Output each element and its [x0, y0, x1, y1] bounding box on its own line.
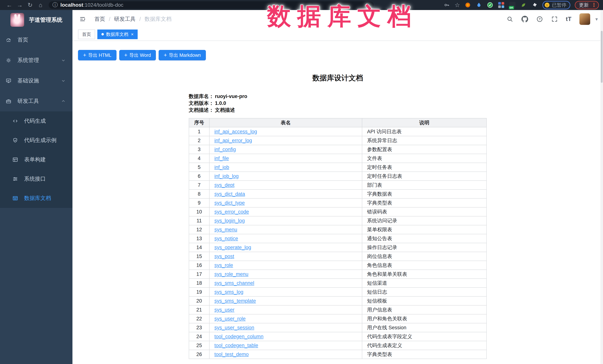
extension-drop-icon[interactable]: [475, 2, 482, 8]
scrollbar-thumb[interactable]: [601, 31, 603, 83]
export-html-button[interactable]: +导出 HTML: [78, 50, 116, 60]
active-tab-dot: [101, 33, 104, 35]
table-name-link[interactable]: sys_sms_template: [214, 298, 256, 304]
extension-grid-icon[interactable]: [498, 2, 505, 8]
table-name-link[interactable]: sys_menu: [214, 227, 237, 232]
table-name-link[interactable]: tool_test_demo: [214, 352, 249, 357]
sidebar-item-1[interactable]: 首页: [0, 30, 72, 50]
row-index-cell: 15: [189, 252, 209, 261]
browser-back-icon[interactable]: ←: [4, 0, 14, 10]
browser-toolbar-right: ☆ on 已暂停: [443, 1, 599, 9]
browser-home-icon[interactable]: ⌂: [35, 0, 46, 10]
table-name-link[interactable]: sys_post: [214, 254, 234, 259]
sidebar-subitem-1[interactable]: 代码生成: [0, 111, 72, 131]
fullscreen-icon[interactable]: [551, 16, 558, 23]
site-info-icon[interactable]: ⓘ: [52, 1, 58, 9]
sidebar-collapse-icon[interactable]: [79, 16, 86, 22]
table-header-row: 序号表名说明: [189, 118, 487, 127]
browser-forward-icon[interactable]: →: [14, 0, 25, 10]
table-name-link[interactable]: sys_dept: [214, 182, 234, 188]
search-icon[interactable]: [506, 16, 513, 23]
table-name-link[interactable]: sys_sms_log: [214, 289, 243, 295]
app-logo-image: [11, 13, 24, 27]
sidebar-item-4[interactable]: 研发工具: [0, 91, 72, 111]
table-row: 6inf_job_log定时任务日志表: [189, 172, 487, 181]
table-name-cell: sys_notice: [209, 234, 362, 243]
table-name-link[interactable]: sys_role_menu: [214, 271, 248, 277]
table-desc-cell: 参数配置表: [362, 145, 487, 154]
app-logo[interactable]: 芋道管理系统: [0, 10, 72, 30]
table-name-link[interactable]: tool_codegen_column: [214, 334, 263, 339]
export-word-button[interactable]: +导出 Word: [119, 50, 156, 60]
row-index-cell: 2: [189, 136, 209, 145]
table-name-cell: sys_user: [209, 305, 362, 314]
table-name-link[interactable]: inf_api_access_log: [214, 129, 257, 134]
bookmark-star-icon[interactable]: ☆: [454, 1, 460, 9]
extension-puzzle-icon[interactable]: [531, 2, 538, 8]
table-desc-cell: 用户信息表: [362, 305, 487, 314]
infrastructure-icon: [6, 78, 12, 84]
table-name-link[interactable]: sys_dict_type: [214, 200, 245, 206]
table-row: 17sys_role_menu角色和菜单关联表: [189, 270, 487, 279]
sidebar-subitem-4[interactable]: 系统接口: [0, 169, 72, 188]
browser-update-button[interactable]: 更新 ⋮: [575, 1, 599, 9]
help-icon[interactable]: ?: [536, 16, 543, 23]
table-name-link[interactable]: tool_codegen_table: [214, 343, 258, 348]
close-icon[interactable]: ×: [131, 32, 134, 37]
tab-1[interactable]: 首页: [78, 30, 95, 39]
table-name-link[interactable]: sys_login_log: [214, 218, 245, 223]
database-document: 数据库设计文档 数据库名：ruoyi-vue-pro文档版本：1.0.0文档描述…: [189, 74, 487, 359]
chevron-down-icon[interactable]: ▾: [595, 16, 598, 22]
github-icon[interactable]: [521, 16, 528, 23]
sidebar-subitem-3[interactable]: 表单构建: [0, 150, 72, 169]
code-icon: [12, 118, 18, 124]
table-name-link[interactable]: sys_user_session: [214, 325, 254, 331]
table-desc-cell: 代码生成表字段定义: [362, 332, 487, 341]
sidebar-item-label: 研发工具: [17, 98, 39, 105]
sidebar-item-3[interactable]: 基础设施: [0, 71, 72, 91]
table-name-link[interactable]: sys_sms_channel: [214, 280, 254, 286]
table-name-link[interactable]: sys_user_role: [214, 316, 246, 321]
browser-menu-icon[interactable]: ⋮: [591, 2, 596, 8]
browser-reload-icon[interactable]: ↻: [25, 0, 35, 10]
tab-2[interactable]: 数据库文档×: [97, 30, 138, 39]
extension-on-icon[interactable]: on: [509, 2, 516, 8]
table-desc-cell: 菜单权限表: [362, 225, 487, 234]
svg-text:?: ?: [539, 17, 541, 21]
table-desc-cell: 部门表: [362, 181, 487, 189]
table-name-link[interactable]: sys_error_code: [214, 209, 249, 215]
table-name-link[interactable]: sys_operate_log: [214, 245, 251, 250]
avatar[interactable]: [580, 13, 590, 25]
table-desc-cell: 字典类型表: [362, 350, 487, 359]
extension-leaf-icon[interactable]: [520, 2, 527, 8]
table-name-link[interactable]: sys_notice: [214, 236, 238, 241]
export-markdown-button[interactable]: +导出 Markdown: [159, 50, 206, 60]
extension-orange-icon[interactable]: [464, 2, 471, 8]
breadcrumb-separator: /: [109, 16, 110, 22]
page-scrollbar[interactable]: [600, 10, 603, 364]
table-name-link[interactable]: inf_api_error_log: [214, 138, 252, 143]
table-name-link[interactable]: sys_role: [214, 263, 233, 268]
table-name-link[interactable]: inf_config: [214, 147, 236, 152]
table-name-link[interactable]: inf_file: [214, 155, 229, 161]
sidebar-item-2[interactable]: 系统管理: [0, 50, 72, 71]
password-key-icon[interactable]: [443, 2, 450, 8]
extension-check-icon[interactable]: [487, 2, 493, 8]
table-name-cell: sys_sms_template: [209, 297, 362, 305]
main-area: 首页/研发工具/数据库文档 ? tT ▾ 首页数据库文档×: [72, 10, 603, 364]
table-name-cell: sys_sms_channel: [209, 279, 362, 287]
sidebar-subitem-label: 系统接口: [24, 175, 46, 183]
table-name-link[interactable]: inf_job_log: [214, 173, 239, 179]
sidebar-submenu: 代码生成代码生成示例表单构建系统接口数据库文档: [0, 111, 72, 208]
table-name-cell: sys_sms_log: [209, 287, 362, 297]
table-name-cell: tool_test_demo: [209, 350, 362, 359]
row-index-cell: 11: [189, 216, 209, 225]
table-desc-cell: 短信模板: [362, 297, 487, 305]
sidebar-subitem-2[interactable]: 代码生成示例: [0, 131, 72, 150]
paused-extension-badge[interactable]: 已暂停: [543, 1, 570, 9]
table-name-link[interactable]: inf_job: [214, 165, 229, 170]
sidebar-subitem-5[interactable]: 数据库文档: [0, 188, 72, 208]
font-size-icon[interactable]: tT: [566, 16, 572, 22]
table-name-link[interactable]: sys_user: [214, 307, 234, 313]
table-name-link[interactable]: sys_dict_data: [214, 191, 245, 197]
